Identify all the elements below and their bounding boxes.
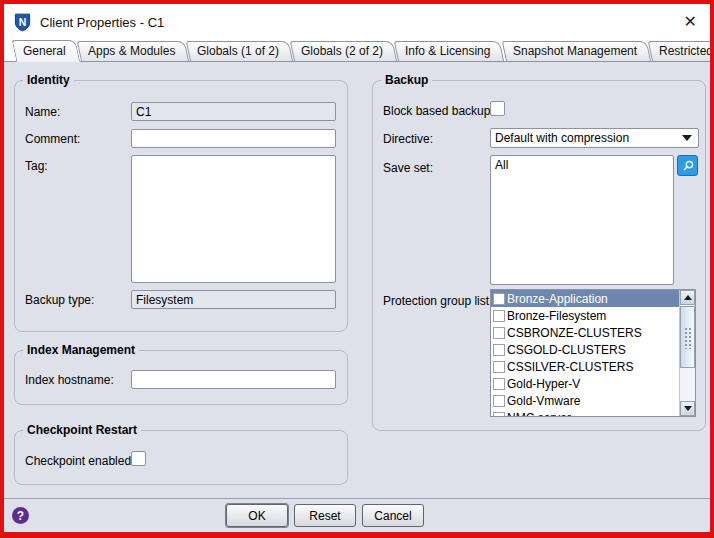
protection-group-row[interactable]: Gold-Vmware (491, 392, 679, 409)
tab-label: Apps & Modules (88, 42, 175, 61)
tab-snapshot-management[interactable]: Snapshot Management (501, 41, 651, 62)
checkpoint-restart-group: Checkpoint Restart Checkpoint enabled: (14, 430, 348, 485)
protection-group-name: CSBRONZE-CLUSTERS (507, 326, 642, 340)
tab-label: Info & Licensing (405, 42, 490, 61)
cancel-button[interactable]: Cancel (362, 504, 424, 527)
tab-label: Globals (2 of 2) (301, 42, 383, 61)
protection-group-row[interactable]: CSSILVER-CLUSTERS (491, 358, 679, 375)
protection-group-row[interactable]: Gold-Hyper-V (491, 375, 679, 392)
checkbox[interactable] (493, 310, 505, 322)
protection-group-list-label: Protection group list: (383, 294, 492, 308)
general-tab-panel: Identity Name: C1 Comment: Tag: Backup t… (4, 62, 710, 498)
backup-type-field: Filesystem (131, 290, 336, 309)
checkbox[interactable] (493, 344, 505, 356)
tab-label: Restricted Data Zones (659, 42, 710, 61)
tab-label: Globals (1 of 2) (197, 42, 279, 61)
footer-bar: ? OK Reset Cancel (4, 498, 710, 532)
comment-label: Comment: (25, 132, 80, 146)
index-management-group-title: Index Management (23, 343, 139, 357)
close-icon[interactable]: ✕ (681, 13, 700, 31)
client-properties-dialog: N Client Properties - C1 ✕ General Apps … (4, 4, 710, 532)
search-icon (681, 159, 695, 173)
name-field: C1 (131, 102, 336, 121)
block-based-backup-checkbox[interactable] (490, 101, 505, 116)
comment-input[interactable] (131, 129, 336, 148)
protection-group-name: Bronze-Filesystem (507, 309, 606, 323)
backup-type-label: Backup type: (25, 293, 94, 307)
checkpoint-enabled-label: Checkpoint enabled: (25, 454, 134, 468)
protection-group-name: Gold-Hyper-V (507, 377, 580, 391)
scroll-down-button[interactable] (680, 401, 695, 416)
protection-group-name: CSGOLD-CLUSTERS (507, 343, 626, 357)
backup-group: Backup Block based backup: Directive: De… (372, 80, 706, 431)
index-hostname-label: Index hostname: (25, 373, 114, 387)
directive-dropdown[interactable]: Default with compression (490, 128, 699, 148)
protection-group-list: Bronze-Application Bronze-Filesystem CSB… (490, 289, 696, 417)
checkpoint-restart-group-title: Checkpoint Restart (23, 423, 141, 437)
checkbox[interactable] (493, 361, 505, 373)
tab-restricted-data-zones[interactable]: Restricted Data Zones (647, 41, 710, 62)
reset-button[interactable]: Reset (294, 504, 356, 527)
protection-group-name: Gold-Vmware (507, 394, 580, 408)
protection-group-row[interactable]: CSBRONZE-CLUSTERS (491, 324, 679, 341)
tab-globals-1[interactable]: Globals (1 of 2) (186, 41, 294, 62)
tab-globals-2[interactable]: Globals (2 of 2) (290, 41, 398, 62)
tab-label: Snapshot Management (513, 42, 637, 61)
triangle-down-icon (684, 406, 692, 411)
chevron-down-icon (682, 135, 692, 141)
block-based-backup-label: Block based backup: (383, 104, 494, 118)
protection-group-row[interactable]: Bronze-Filesystem (491, 307, 679, 324)
vertical-scrollbar[interactable] (679, 290, 695, 416)
protection-group-row[interactable]: CSGOLD-CLUSTERS (491, 341, 679, 358)
protection-group-row[interactable]: NMC server (491, 409, 679, 416)
tab-label: General (23, 41, 66, 61)
checkbox[interactable] (493, 395, 505, 407)
title-bar: N Client Properties - C1 ✕ (4, 4, 710, 40)
triangle-up-icon (684, 295, 692, 300)
tab-bar: General Apps & Modules Globals (1 of 2) … (4, 40, 710, 62)
window-frame: N Client Properties - C1 ✕ General Apps … (0, 0, 714, 538)
tag-textarea[interactable] (131, 155, 336, 283)
tab-apps-modules[interactable]: Apps & Modules (76, 41, 189, 62)
index-hostname-input[interactable] (131, 370, 336, 389)
identity-group-title: Identity (23, 73, 74, 87)
checkpoint-enabled-checkbox[interactable] (131, 451, 146, 466)
directive-value: Default with compression (495, 131, 629, 145)
scroll-up-button[interactable] (680, 290, 695, 305)
checkbox[interactable] (493, 412, 505, 417)
footer-buttons: OK Reset Cancel (226, 504, 424, 527)
tab-info-licensing[interactable]: Info & Licensing (394, 41, 505, 62)
checkbox[interactable] (493, 378, 505, 390)
protection-group-name: Bronze-Application (507, 292, 608, 306)
protection-group-name: NMC server (507, 411, 571, 417)
ok-button[interactable]: OK (226, 504, 288, 527)
save-set-label: Save set: (383, 161, 433, 175)
protection-group-name: CSSILVER-CLUSTERS (507, 360, 633, 374)
save-set-browse-button[interactable] (677, 155, 698, 176)
backup-group-title: Backup (381, 73, 432, 87)
save-set-textarea[interactable]: All (490, 155, 674, 285)
scrollbar-thumb[interactable] (680, 306, 695, 368)
tab-general[interactable]: General (12, 40, 80, 62)
tag-label: Tag: (25, 159, 48, 173)
index-management-group: Index Management Index hostname: (14, 350, 348, 405)
networker-logo-icon: N (13, 13, 32, 32)
checkbox[interactable] (493, 293, 505, 305)
name-label: Name: (25, 105, 60, 119)
protection-group-row[interactable]: Bronze-Application (491, 290, 679, 307)
window-title: Client Properties - C1 (40, 15, 164, 30)
protection-group-rows: Bronze-Application Bronze-Filesystem CSB… (491, 290, 679, 416)
svg-text:N: N (19, 16, 27, 27)
directive-label: Directive: (383, 132, 433, 146)
help-icon[interactable]: ? (12, 507, 29, 524)
checkbox[interactable] (493, 327, 505, 339)
identity-group: Identity Name: C1 Comment: Tag: Backup t… (14, 80, 348, 332)
